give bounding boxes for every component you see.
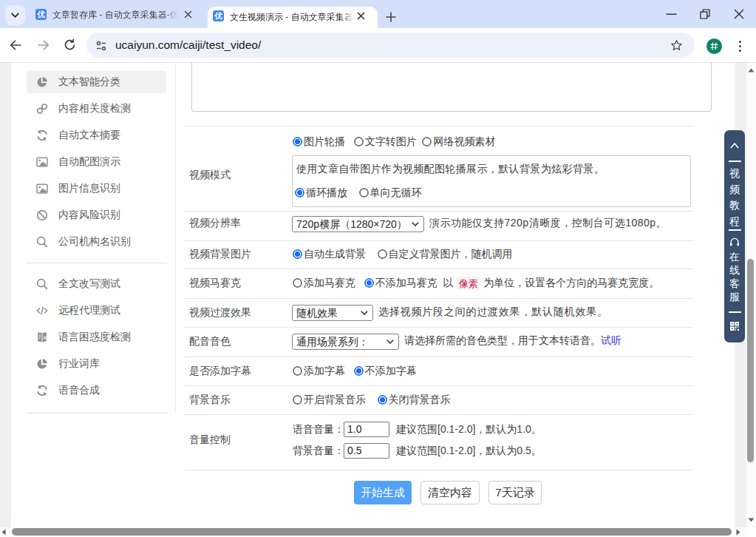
svg-text:A: A [43, 334, 47, 341]
